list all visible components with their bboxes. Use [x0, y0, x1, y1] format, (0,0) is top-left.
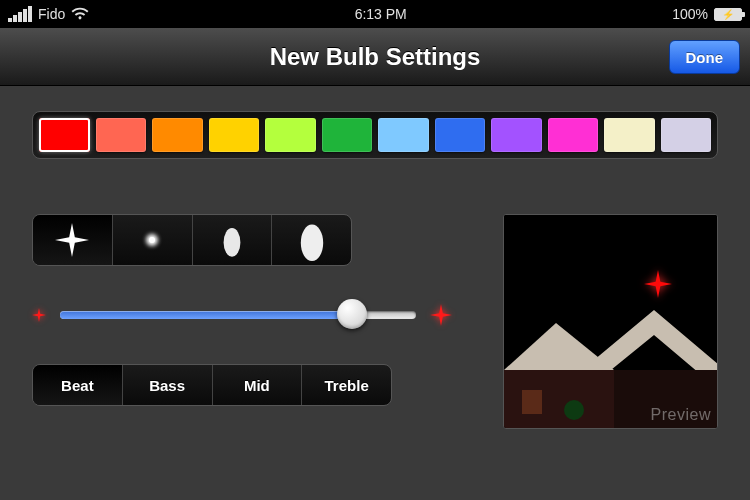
svg-point-2 [223, 228, 240, 257]
color-swatch-10[interactable] [604, 118, 655, 152]
clock: 6:13 PM [355, 6, 407, 22]
color-swatch-2[interactable] [152, 118, 203, 152]
shape-glow[interactable] [113, 215, 193, 265]
battery-icon: ⚡ [714, 8, 742, 21]
color-swatch-5[interactable] [322, 118, 373, 152]
color-swatch-0[interactable] [39, 118, 90, 152]
color-swatch-3[interactable] [209, 118, 260, 152]
svg-rect-6 [504, 370, 614, 429]
color-swatch-8[interactable] [491, 118, 542, 152]
nav-bar: New Bulb Settings Done [0, 28, 750, 86]
svg-point-9 [564, 400, 584, 420]
color-swatch-4[interactable] [265, 118, 316, 152]
size-slider[interactable] [60, 309, 416, 321]
preview-house-illustration [504, 215, 718, 429]
slider-thumb[interactable] [337, 299, 367, 329]
color-swatch-row [32, 111, 718, 159]
segment-bass[interactable]: Bass [123, 365, 213, 405]
carrier-label: Fido [38, 6, 65, 22]
done-button[interactable]: Done [669, 40, 741, 74]
color-swatch-1[interactable] [96, 118, 147, 152]
preview-label: Preview [651, 406, 711, 424]
shape-large-bulb[interactable] [272, 215, 351, 265]
shape-small-bulb[interactable] [193, 215, 273, 265]
bulb-shape-selector [32, 214, 352, 266]
segment-treble[interactable]: Treble [302, 365, 391, 405]
color-swatch-6[interactable] [378, 118, 429, 152]
small-star-icon [32, 308, 46, 322]
page-title: New Bulb Settings [270, 43, 481, 71]
segment-mid[interactable]: Mid [213, 365, 303, 405]
color-swatch-9[interactable] [548, 118, 599, 152]
wifi-icon [71, 7, 89, 21]
segment-beat[interactable]: Beat [33, 365, 123, 405]
status-right: 100% ⚡ [672, 6, 742, 22]
color-swatch-11[interactable] [661, 118, 712, 152]
shape-four-point[interactable] [33, 215, 113, 265]
status-left: Fido [8, 6, 89, 22]
preview-panel: Preview [503, 214, 718, 429]
large-star-icon [430, 304, 452, 326]
battery-pct: 100% [672, 6, 708, 22]
signal-strength-icon [8, 6, 32, 22]
status-bar: Fido 6:13 PM 100% ⚡ [0, 0, 750, 28]
svg-rect-8 [522, 390, 542, 414]
color-swatch-7[interactable] [435, 118, 486, 152]
svg-point-1 [149, 237, 155, 243]
preview-bulb-icon [644, 270, 672, 298]
size-slider-row [32, 304, 452, 326]
content-area: BeatBassMidTreble Preview [0, 86, 750, 500]
audio-mode-selector: BeatBassMidTreble [32, 364, 392, 406]
svg-point-3 [300, 225, 322, 261]
